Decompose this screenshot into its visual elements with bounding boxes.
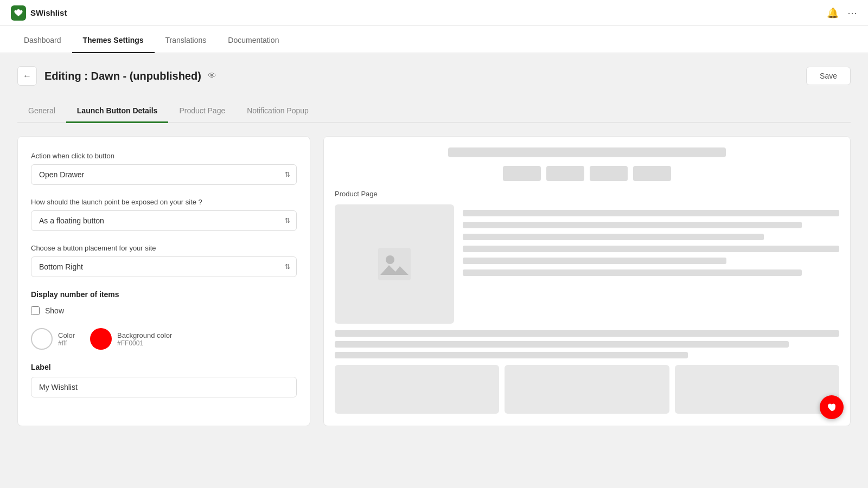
bg-color-info: Background color #FF0001 xyxy=(117,331,172,347)
main-content: ← Editing : Dawn - (unpublished) 👁 Save … xyxy=(0,53,868,439)
nav-tab-themes-settings[interactable]: Themes Settings xyxy=(72,26,155,53)
preview-skeleton-lines xyxy=(463,204,839,276)
nav-tab-documentation[interactable]: Documentation xyxy=(217,26,290,53)
topbar-actions: 🔔 ⋯ xyxy=(827,7,857,19)
floating-wishlist-button[interactable] xyxy=(820,395,844,419)
product-page-label: Product Page xyxy=(335,190,839,198)
display-items-group: Display number of items Show xyxy=(31,290,297,315)
preview-bottom-bars xyxy=(335,330,839,358)
back-button[interactable]: ← xyxy=(17,66,37,86)
svg-point-2 xyxy=(386,255,394,264)
bg-color-label: Background color xyxy=(117,331,172,339)
sub-tab-general[interactable]: General xyxy=(17,101,66,123)
placement-label: Choose a button placement for your site xyxy=(31,244,297,252)
preview-cards xyxy=(335,365,839,414)
preview-content: Product Page xyxy=(335,147,839,414)
page-header: ← Editing : Dawn - (unpublished) 👁 Save xyxy=(17,66,851,86)
nav-tab-dashboard[interactable]: Dashboard xyxy=(13,26,72,53)
bg-color-value-text: #FF0001 xyxy=(117,339,172,347)
preview-product-row xyxy=(335,204,839,324)
color-value-text: #fff xyxy=(58,339,75,347)
color-label: Color xyxy=(58,331,75,339)
save-button[interactable]: Save xyxy=(806,67,851,85)
sub-tab-product-page[interactable]: Product Page xyxy=(168,101,236,123)
action-label: Action when click to button xyxy=(31,152,297,160)
exposure-select[interactable]: As a floating button In the header Custo… xyxy=(31,210,297,231)
show-checkbox[interactable] xyxy=(31,306,40,315)
more-options-icon[interactable]: ⋯ xyxy=(847,7,857,19)
sub-tab-launch-button-details[interactable]: Launch Button Details xyxy=(66,101,169,123)
action-group: Action when click to button Open Drawer … xyxy=(31,152,297,185)
bg-color-swatch[interactable] xyxy=(90,328,112,350)
show-checkbox-row: Show xyxy=(31,306,297,315)
exposure-select-wrapper: As a floating button In the header Custo… xyxy=(31,210,297,231)
sub-tabs: General Launch Button Details Product Pa… xyxy=(17,101,851,123)
exposure-group: How should the launch point be exposed o… xyxy=(31,198,297,231)
placement-select[interactable]: Bottom Right Bottom Left Top Right Top L… xyxy=(31,256,297,277)
app-logo: SWishlist xyxy=(11,5,67,21)
color-row: Color #fff Background color #FF0001 xyxy=(31,328,297,350)
action-select[interactable]: Open Drawer Open Page Open Modal xyxy=(31,164,297,185)
right-panel: Product Page xyxy=(323,136,851,426)
nav-tabs: Dashboard Themes Settings Translations D… xyxy=(0,26,868,53)
exposure-label: How should the launch point be exposed o… xyxy=(31,198,297,206)
notification-icon[interactable]: 🔔 xyxy=(827,7,839,19)
placement-select-wrapper: Bottom Right Bottom Left Top Right Top L… xyxy=(31,256,297,277)
action-select-wrapper: Open Drawer Open Page Open Modal ⇅ xyxy=(31,164,297,185)
content-grid: Action when click to button Open Drawer … xyxy=(17,136,851,426)
svg-rect-1 xyxy=(378,248,411,280)
label-group: Label xyxy=(31,363,297,397)
page-title: Editing : Dawn - (unpublished) xyxy=(44,70,201,82)
color-swatch[interactable] xyxy=(31,328,53,350)
display-items-title: Display number of items xyxy=(31,290,297,299)
left-panel: Action when click to button Open Drawer … xyxy=(17,136,310,426)
bg-color-item: Background color #FF0001 xyxy=(90,328,172,350)
preview-nav xyxy=(335,166,839,181)
nav-tab-translations[interactable]: Translations xyxy=(155,26,218,53)
preview-product-image xyxy=(335,204,454,324)
show-label[interactable]: Show xyxy=(45,306,64,315)
color-info: Color #fff xyxy=(58,331,75,347)
sub-tab-notification-popup[interactable]: Notification Popup xyxy=(236,101,320,123)
preview-eye-icon[interactable]: 👁 xyxy=(208,71,216,81)
label-input[interactable] xyxy=(31,377,297,397)
topbar: SWishlist 🔔 ⋯ xyxy=(0,0,868,26)
label-section-title: Label xyxy=(31,363,297,371)
logo-icon xyxy=(11,5,26,21)
app-name: SWishlist xyxy=(30,8,67,17)
color-item: Color #fff xyxy=(31,328,75,350)
placement-group: Choose a button placement for your site … xyxy=(31,244,297,277)
